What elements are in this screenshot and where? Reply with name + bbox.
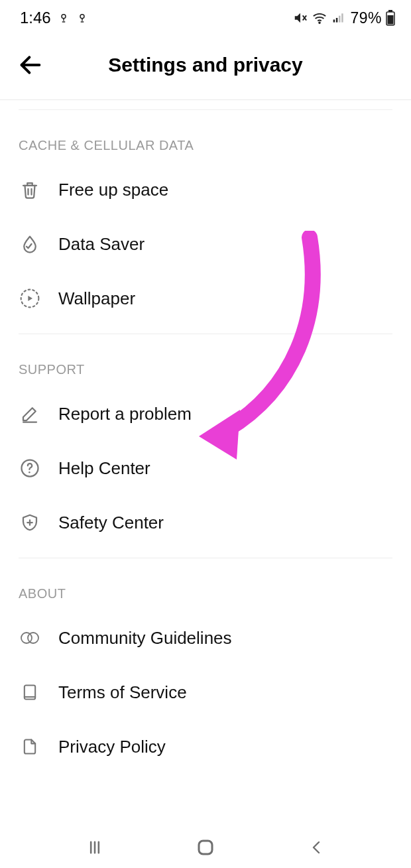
svg-point-0 xyxy=(62,15,66,19)
app-header: Settings and privacy xyxy=(0,36,411,94)
section-header-about: ABOUT xyxy=(0,558,411,611)
svg-rect-5 xyxy=(339,16,341,23)
android-home-button[interactable] xyxy=(186,834,225,861)
battery-percent: 79% xyxy=(350,9,382,27)
row-label: Help Center xyxy=(58,458,150,479)
circles-icon xyxy=(19,627,41,649)
svg-point-14 xyxy=(28,633,38,643)
page-title: Settings and privacy xyxy=(0,54,411,76)
row-label: Wallpaper xyxy=(58,288,135,309)
svg-rect-6 xyxy=(342,13,344,22)
arrow-left-icon xyxy=(17,52,44,78)
svg-point-2 xyxy=(320,22,321,23)
android-nav-bar xyxy=(0,827,411,868)
row-label: Report a problem xyxy=(58,404,192,424)
wifi-icon xyxy=(312,11,327,25)
status-right: 79% xyxy=(293,9,395,27)
row-data-saver[interactable]: Data Saver xyxy=(0,217,411,271)
drop-icon xyxy=(19,233,41,255)
row-safety-center[interactable]: Safety Center xyxy=(0,495,411,550)
svg-rect-3 xyxy=(333,20,335,23)
signal-icon xyxy=(331,11,346,25)
book-icon xyxy=(19,681,41,704)
section-header-cache: CACHE & CELLULAR DATA xyxy=(0,110,411,162)
row-label: Safety Center xyxy=(58,513,164,533)
back-button[interactable] xyxy=(13,48,48,82)
battery-icon xyxy=(386,10,395,26)
svg-rect-9 xyxy=(388,15,394,25)
notification-icon-2 xyxy=(76,12,88,24)
row-wallpaper[interactable]: Wallpaper xyxy=(0,271,411,326)
row-label: Free up space xyxy=(58,180,168,200)
row-community-guidelines[interactable]: Community Guidelines xyxy=(0,611,411,665)
svg-point-1 xyxy=(80,15,84,19)
status-time: 1:46 xyxy=(20,9,51,27)
svg-point-12 xyxy=(29,471,30,473)
row-label: Data Saver xyxy=(58,234,145,255)
row-report-problem[interactable]: Report a problem xyxy=(0,387,411,441)
section-header-support: SUPPORT xyxy=(0,334,411,387)
header-divider xyxy=(0,99,411,100)
status-left: 1:46 xyxy=(20,9,88,27)
android-back-button[interactable] xyxy=(296,834,336,861)
status-bar: 1:46 79% xyxy=(0,0,411,36)
row-help-center[interactable]: Help Center xyxy=(0,441,411,495)
notification-icon xyxy=(58,12,70,24)
android-recents-button[interactable] xyxy=(75,834,115,861)
shield-icon xyxy=(19,511,41,534)
play-dotted-icon xyxy=(19,287,41,310)
file-icon xyxy=(19,735,41,758)
mute-icon xyxy=(293,11,308,25)
svg-rect-16 xyxy=(199,841,212,854)
row-terms-of-service[interactable]: Terms of Service xyxy=(0,665,411,719)
svg-rect-4 xyxy=(336,18,338,23)
row-label: Privacy Policy xyxy=(58,737,166,757)
trash-icon xyxy=(19,178,41,201)
question-circle-icon xyxy=(19,457,41,479)
row-label: Terms of Service xyxy=(58,682,187,703)
row-free-up-space[interactable]: Free up space xyxy=(0,162,411,217)
row-privacy-policy[interactable]: Privacy Policy xyxy=(0,719,411,774)
row-label: Community Guidelines xyxy=(58,628,232,649)
pencil-icon xyxy=(19,403,41,425)
